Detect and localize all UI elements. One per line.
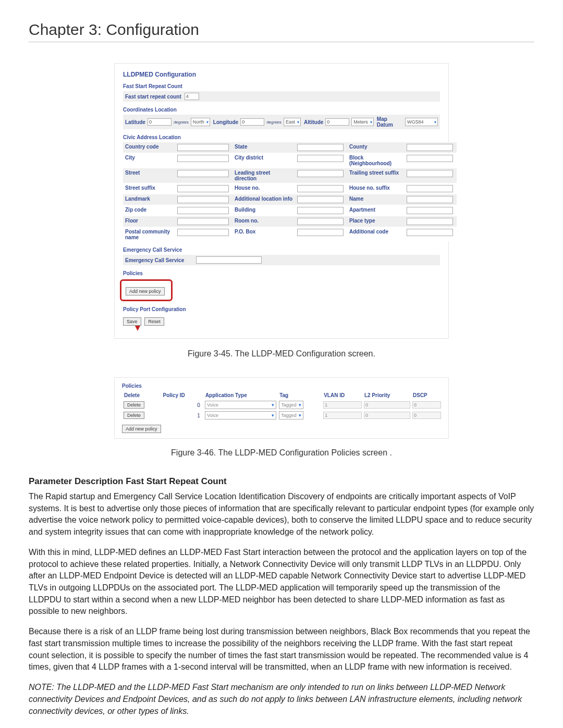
l2-priority-input[interactable]: 0 [364,412,410,419]
civic-field-input[interactable] [407,185,453,192]
civic-field-label: Name [347,194,405,205]
civic-field-label: County [347,142,405,153]
fast-start-section-header: Fast Start Repeat Count [123,83,440,89]
civic-field-input[interactable] [177,185,229,192]
l2-priority-input[interactable]: 0 [364,401,410,409]
vlan-id-input[interactable]: 1 [323,401,362,409]
civic-field-label: Zip code [123,205,175,216]
delete-button[interactable]: Delete [124,412,144,419]
highlight-box: Add new policy [120,279,173,301]
coordinates-section-header: Coordinates Location [123,107,440,113]
civic-field-label: Apartment [347,205,405,216]
lldp-med-config-screenshot: LLDPMED Configuration Fast Start Repeat … [114,63,449,339]
application-type-select[interactable]: Voice▾ [205,401,276,409]
civic-field-label: Additional code [347,227,405,242]
fast-start-input[interactable]: 4 [185,93,199,100]
civic-field-input[interactable] [177,144,229,151]
body-note: NOTE: The LLDP-MED and the LLDP-MED Fast… [29,682,534,717]
longitude-input[interactable]: 0 [240,118,264,126]
body-paragraph-3: Because there is a risk of an LLDP frame… [29,626,534,673]
policies-column-header: L2 Priority [362,391,411,400]
longitude-dir-select[interactable]: East▾ [284,118,301,126]
civic-field-input[interactable] [297,170,344,177]
emergency-input[interactable] [196,256,262,264]
dscp-input[interactable]: 0 [412,412,441,419]
policies-column-header: Tag [277,391,322,400]
policies-section-header: Policies [123,270,440,276]
civic-field-input[interactable] [297,155,344,162]
civic-field-label: Building [232,205,295,216]
civic-field-input[interactable] [407,144,453,151]
civic-field-label: Landmark [123,194,175,205]
body-paragraph-1: The Rapid startup and Emergency Call Ser… [29,491,534,538]
civic-field-input[interactable] [177,155,229,162]
civic-field-input[interactable] [407,229,453,236]
param-description-heading: Parameter Description Fast Start Repeat … [29,476,534,487]
civic-field-input[interactable] [407,207,453,214]
civic-field-label: City [123,153,175,168]
civic-field-input[interactable] [177,207,229,214]
altitude-unit-select[interactable]: Meters▾ [351,118,374,126]
policies-column-header: DSCP [411,391,441,400]
config-title: LLDPMED Configuration [123,71,440,78]
longitude-label: Longitude [213,119,238,125]
figure-caption-2: Figure 3-46. The LLDP-MED Configuration … [29,448,534,458]
policy-id-cell: 0 [161,400,203,410]
civic-field-input[interactable] [297,185,344,192]
civic-field-label: Street suffix [123,183,175,194]
altitude-label: Altitude [304,119,323,125]
add-new-policy-button-2[interactable]: Add new policy [122,425,161,433]
emergency-label: Emergency Call Service [125,257,193,263]
civic-field-label: House no. suffix [347,183,405,194]
civic-field-input[interactable] [297,218,344,225]
map-datum-label: Map Datum [377,116,403,128]
tag-select[interactable]: Tagged▾ [279,411,303,419]
map-datum-select[interactable]: WGS84▾ [405,118,438,126]
civic-section-header: Civic Address Location [123,134,440,140]
latitude-dir-select[interactable]: North▾ [191,118,210,126]
civic-field-label: City district [232,153,295,168]
civic-field-label: Place type [347,216,405,227]
civic-field-input[interactable] [407,170,453,177]
civic-field-label: P.O. Box [232,227,295,242]
civic-field-input[interactable] [297,144,344,151]
civic-field-input[interactable] [297,229,344,236]
civic-field-input[interactable] [297,196,344,203]
vlan-id-input[interactable]: 1 [323,412,362,419]
policies-column-header: Application Type [203,391,277,400]
civic-field-input[interactable] [407,196,453,203]
civic-field-input[interactable] [177,196,229,203]
tag-select[interactable]: Tagged▾ [279,401,303,409]
civic-field-label: Postal community name [123,227,175,242]
save-button[interactable]: Save [123,317,141,326]
civic-field-input[interactable] [177,170,229,177]
civic-address-grid: Country codeStateCountyCityCity district… [123,142,440,242]
policy-port-config-header: Policy Port Configuration [123,306,440,312]
latitude-input[interactable]: 0 [148,118,172,126]
dscp-input[interactable]: 0 [412,401,441,409]
body-paragraph-2: With this in mind, LLDP-MED defines an L… [29,547,534,618]
civic-field-label: Country code [123,142,175,153]
table-row: Delete0Voice▾Tagged▾100 [122,400,441,410]
civic-field-input[interactable] [177,218,229,225]
table-row: Delete1Voice▾Tagged▾100 [122,410,441,421]
policies-column-header: Delete [122,391,161,400]
civic-field-input[interactable] [407,218,453,225]
civic-field-label: Floor [123,216,175,227]
civic-field-label: House no. [232,183,295,194]
application-type-select[interactable]: Voice▾ [205,411,276,419]
civic-field-input[interactable] [407,155,453,162]
altitude-input[interactable]: 0 [325,118,349,126]
latitude-label: Latitude [125,119,145,125]
civic-field-input[interactable] [297,207,344,214]
civic-field-input[interactable] [177,229,229,236]
emergency-section-header: Emergency Call Service [123,247,440,253]
policies-column-header: VLAN ID [322,391,362,400]
civic-field-label: State [232,142,295,153]
chapter-title: Chapter 3: Configuration [29,21,534,39]
civic-field-label: Block (Neighbourhood) [347,153,405,168]
reset-button[interactable]: Reset [144,317,164,326]
delete-button[interactable]: Delete [124,401,144,409]
add-new-policy-button[interactable]: Add new policy [126,287,165,295]
divider [29,42,534,42]
